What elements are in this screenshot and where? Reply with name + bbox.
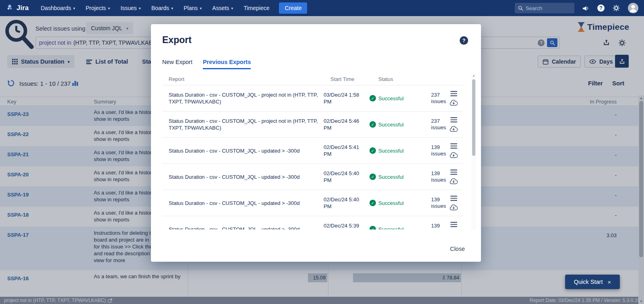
status-label: Successful bbox=[378, 95, 404, 101]
export-row: Status Duration - csv - CUSTOM_JQL - upd… bbox=[162, 138, 463, 164]
export-row: Status Duration - csv - CUSTOM_JQL - pro… bbox=[162, 112, 463, 138]
nav-item-boards[interactable]: Boards▾ bbox=[151, 5, 173, 11]
cloud-download-icon[interactable] bbox=[450, 178, 458, 184]
nav-item-label: Dashboards bbox=[41, 5, 71, 11]
export-start-time: 02/Dec/24 5:40 PM bbox=[324, 170, 369, 184]
export-issue-count: 139 issues bbox=[431, 170, 450, 183]
export-report-name: Status Duration - csv - CUSTOM_JQL - pro… bbox=[162, 91, 324, 105]
row-menu-icon[interactable] bbox=[450, 170, 457, 175]
row-menu-icon[interactable] bbox=[450, 196, 457, 201]
chevron-down-icon: ▾ bbox=[200, 6, 202, 10]
export-actions bbox=[450, 196, 463, 211]
export-report-name: Status Duration - csv - CUSTOM_JQL - upd… bbox=[162, 174, 324, 180]
export-actions bbox=[450, 117, 463, 132]
export-issue-count: 139 issues bbox=[431, 196, 450, 209]
chevron-down-icon: ▾ bbox=[73, 6, 75, 10]
export-report-name: Status Duration - csv - CUSTOM_JQL - upd… bbox=[162, 147, 324, 154]
export-status: ✓ Successful bbox=[369, 226, 431, 230]
export-report-name: Status Duration - csv - CUSTOM_JQL - upd… bbox=[162, 226, 324, 230]
export-row: Status Duration - csv - CUSTOM_JQL - pro… bbox=[162, 85, 463, 112]
quick-start-button[interactable]: Quick Start × bbox=[565, 275, 620, 289]
check-circle-icon: ✓ bbox=[369, 200, 376, 206]
column-header-report: Report bbox=[162, 76, 330, 82]
gear-icon[interactable] bbox=[613, 4, 620, 12]
cloud-download-icon[interactable] bbox=[450, 100, 458, 106]
chevron-down-icon: ▾ bbox=[108, 6, 110, 10]
scroll-up-arrow-icon[interactable]: ▲ bbox=[471, 74, 476, 77]
status-label: Successful bbox=[378, 200, 404, 206]
jira-logo-text: Jira bbox=[17, 4, 29, 12]
nav-item-timepiece[interactable]: Timepiece bbox=[244, 5, 269, 11]
row-menu-icon[interactable] bbox=[450, 91, 457, 96]
status-label: Successful bbox=[378, 148, 404, 154]
check-circle-icon: ✓ bbox=[369, 95, 376, 101]
chevron-down-icon: ▾ bbox=[231, 6, 233, 10]
column-header-start-time: Start Time bbox=[330, 76, 378, 82]
export-row: Status Duration - csv - CUSTOM_JQL - upd… bbox=[162, 190, 463, 216]
chevron-down-icon: ▾ bbox=[139, 6, 141, 10]
cloud-download-icon[interactable] bbox=[450, 152, 458, 158]
nav-item-label: Boards bbox=[151, 5, 169, 11]
export-actions bbox=[450, 170, 463, 184]
close-icon[interactable]: × bbox=[607, 279, 611, 285]
export-start-time: 02/Dec/24 5:46 PM bbox=[324, 118, 369, 131]
modal-title: Export bbox=[162, 35, 192, 45]
global-search-input[interactable] bbox=[526, 5, 570, 11]
export-start-time: 02/Dec/24 5:39 PM bbox=[324, 222, 369, 230]
nav-item-label: Plans bbox=[184, 5, 198, 11]
export-issue-count: 139 issues bbox=[431, 223, 450, 230]
export-start-time: 02/Dec/24 5:40 PM bbox=[324, 196, 369, 210]
export-issue-count: 237 issues bbox=[431, 92, 450, 105]
help-icon[interactable]: ? bbox=[597, 4, 605, 12]
column-header-status: Status bbox=[378, 76, 443, 82]
check-circle-icon: ✓ bbox=[369, 147, 376, 154]
status-label: Successful bbox=[378, 122, 404, 128]
nav-item-issues[interactable]: Issues▾ bbox=[120, 5, 141, 11]
user-avatar[interactable] bbox=[628, 3, 638, 13]
nav-item-label: Timepiece bbox=[244, 5, 269, 11]
create-button[interactable]: Create bbox=[279, 2, 307, 14]
row-menu-icon[interactable] bbox=[450, 222, 457, 227]
previous-exports-table: Report Start Time Status Status Duration… bbox=[162, 73, 463, 230]
jira-logo-icon bbox=[6, 4, 14, 12]
export-issue-count: 237 issues bbox=[431, 118, 450, 131]
jira-logo[interactable]: Jira bbox=[6, 4, 29, 12]
modal-scrollbar[interactable]: ▲ bbox=[471, 73, 476, 230]
row-menu-icon[interactable] bbox=[450, 117, 457, 122]
nav-item-label: Issues bbox=[120, 5, 136, 11]
check-circle-icon: ✓ bbox=[369, 121, 376, 128]
nav-item-assets[interactable]: Assets▾ bbox=[212, 5, 233, 11]
top-navigation: Jira Dashboards▾ Projects▾ Issues▾ Board… bbox=[0, 0, 644, 16]
nav-item-dashboards[interactable]: Dashboards▾ bbox=[41, 5, 75, 11]
export-modal: Export ? New Export Previous Exports Rep… bbox=[151, 24, 481, 262]
status-label: Successful bbox=[378, 174, 404, 180]
cloud-download-icon[interactable] bbox=[450, 205, 458, 211]
tab-new-export[interactable]: New Export bbox=[162, 59, 192, 69]
export-report-name: Status Duration - csv - CUSTOM_JQL - pro… bbox=[162, 118, 324, 131]
export-issue-count: 139 issues bbox=[431, 144, 450, 157]
nav-item-projects[interactable]: Projects▾ bbox=[86, 5, 110, 11]
quick-start-label: Quick Start bbox=[574, 279, 603, 285]
export-row: Status Duration - csv - CUSTOM_JQL - upd… bbox=[162, 216, 463, 230]
export-status: ✓ Successful bbox=[369, 147, 431, 154]
modal-help-icon[interactable]: ? bbox=[460, 36, 468, 45]
nav-item-label: Assets bbox=[212, 5, 229, 11]
megaphone-icon[interactable] bbox=[582, 5, 589, 11]
nav-item-label: Projects bbox=[86, 5, 106, 11]
export-actions bbox=[450, 222, 463, 230]
nav-right-cluster: ? bbox=[515, 3, 638, 13]
export-actions bbox=[450, 91, 463, 106]
nav-menu: Dashboards▾ Projects▾ Issues▾ Boards▾ Pl… bbox=[41, 5, 269, 11]
chevron-down-icon: ▾ bbox=[171, 6, 173, 10]
global-search[interactable] bbox=[515, 3, 574, 13]
nav-item-plans[interactable]: Plans▾ bbox=[184, 5, 202, 11]
export-status: ✓ Successful bbox=[369, 200, 431, 206]
cloud-download-icon[interactable] bbox=[450, 126, 458, 132]
close-button[interactable]: Close bbox=[450, 246, 465, 252]
row-menu-icon[interactable] bbox=[450, 143, 457, 149]
modal-scrollbar-thumb[interactable] bbox=[472, 79, 475, 156]
export-status: ✓ Successful bbox=[369, 95, 431, 101]
tab-previous-exports[interactable]: Previous Exports bbox=[203, 59, 251, 69]
export-status: ✓ Successful bbox=[369, 174, 431, 180]
search-icon bbox=[518, 6, 523, 11]
